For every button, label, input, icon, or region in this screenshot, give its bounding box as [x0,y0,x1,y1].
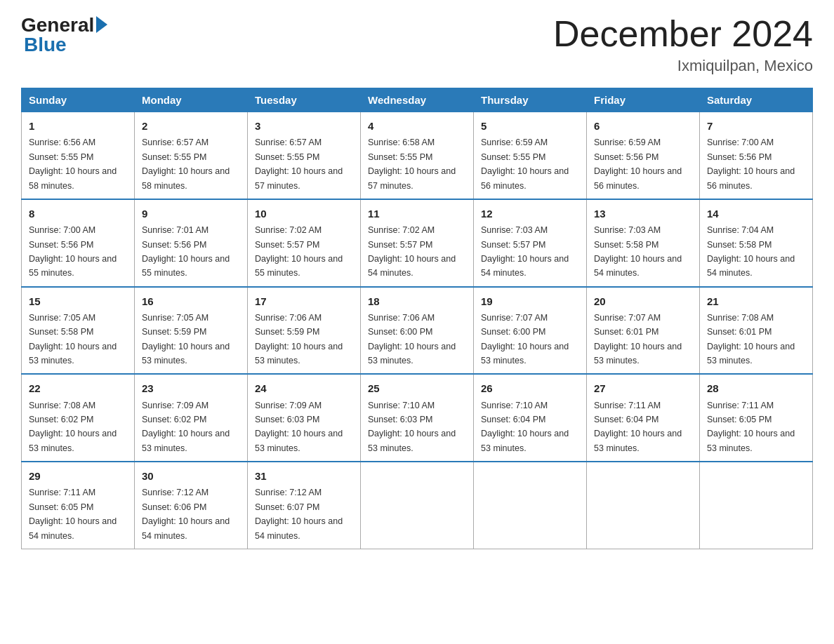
day-cell: 12Sunrise: 7:03 AMSunset: 5:57 PMDayligh… [474,199,587,287]
week-row-1: 1Sunrise: 6:56 AMSunset: 5:55 PMDaylight… [22,112,813,199]
sunset-info: Sunset: 5:57 PM [255,240,319,250]
day-cell: 9Sunrise: 7:01 AMSunset: 5:56 PMDaylight… [135,199,248,287]
day-cell: 8Sunrise: 7:00 AMSunset: 5:56 PMDaylight… [22,199,135,287]
daylight-info: Daylight: 10 hours and 53 minutes. [594,429,682,452]
sunrise-info: Sunrise: 7:02 AM [368,225,435,235]
sunset-info: Sunset: 5:55 PM [255,152,319,162]
sunset-info: Sunset: 5:58 PM [594,240,658,250]
daylight-info: Daylight: 10 hours and 54 minutes. [594,254,682,278]
sunset-info: Sunset: 5:58 PM [29,327,93,337]
day-number: 14 [707,206,805,222]
day-cell: 16Sunrise: 7:05 AMSunset: 5:59 PMDayligh… [135,287,248,375]
sunrise-info: Sunrise: 7:00 AM [707,137,774,147]
day-number: 23 [142,380,240,396]
sunrise-info: Sunrise: 6:59 AM [594,137,661,147]
day-number: 5 [481,118,579,134]
day-number: 10 [255,206,353,222]
sunset-info: Sunset: 6:00 PM [481,327,545,337]
sunrise-info: Sunrise: 7:03 AM [594,225,661,235]
day-number: 29 [29,468,127,484]
logo-blue-text: Blue [24,34,67,56]
sunset-info: Sunset: 6:05 PM [29,502,93,512]
sunrise-info: Sunrise: 7:10 AM [481,401,548,410]
week-row-5: 29Sunrise: 7:11 AMSunset: 6:05 PMDayligh… [22,462,813,549]
day-cell: 18Sunrise: 7:06 AMSunset: 6:00 PMDayligh… [361,287,474,375]
daylight-info: Daylight: 10 hours and 53 minutes. [481,342,569,365]
month-title: December 2024 [553,14,813,54]
day-cell: 28Sunrise: 7:11 AMSunset: 6:05 PMDayligh… [700,374,813,462]
day-cell: 31Sunrise: 7:12 AMSunset: 6:07 PMDayligh… [248,462,361,549]
day-number: 20 [594,293,692,309]
day-number: 7 [707,118,805,134]
location: Ixmiquilpan, Mexico [553,57,813,75]
day-cell: 10Sunrise: 7:02 AMSunset: 5:57 PMDayligh… [248,199,361,287]
header-tuesday: Tuesday [248,88,361,112]
sunrise-info: Sunrise: 7:11 AM [29,488,95,497]
daylight-info: Daylight: 10 hours and 53 minutes. [255,342,343,365]
daylight-info: Daylight: 10 hours and 53 minutes. [707,429,795,452]
day-number: 12 [481,206,579,222]
sunrise-info: Sunrise: 6:57 AM [255,137,322,147]
sunrise-info: Sunrise: 6:59 AM [481,137,548,147]
day-cell: 4Sunrise: 6:58 AMSunset: 5:55 PMDaylight… [361,112,474,199]
sunrise-info: Sunrise: 7:12 AM [142,488,208,497]
day-number: 3 [255,118,353,134]
day-cell [361,462,474,549]
page-header: General Blue December 2024 Ixmiquilpan, … [21,14,813,75]
day-cell: 19Sunrise: 7:07 AMSunset: 6:00 PMDayligh… [474,287,587,375]
title-block: December 2024 Ixmiquilpan, Mexico [553,14,813,75]
sunrise-info: Sunrise: 7:08 AM [707,313,774,323]
daylight-info: Daylight: 10 hours and 54 minutes. [29,516,117,540]
sunrise-info: Sunrise: 7:07 AM [594,313,661,323]
day-number: 28 [707,380,805,396]
day-number: 13 [594,206,692,222]
sunset-info: Sunset: 6:03 PM [255,415,319,424]
week-row-4: 22Sunrise: 7:08 AMSunset: 6:02 PMDayligh… [22,374,813,462]
day-cell: 21Sunrise: 7:08 AMSunset: 6:01 PMDayligh… [700,287,813,375]
sunset-info: Sunset: 6:03 PM [368,415,432,424]
day-cell: 26Sunrise: 7:10 AMSunset: 6:04 PMDayligh… [474,374,587,462]
daylight-info: Daylight: 10 hours and 54 minutes. [142,516,230,540]
daylight-info: Daylight: 10 hours and 55 minutes. [142,254,230,278]
day-cell: 17Sunrise: 7:06 AMSunset: 5:59 PMDayligh… [248,287,361,375]
day-cell: 29Sunrise: 7:11 AMSunset: 6:05 PMDayligh… [22,462,135,549]
sunrise-info: Sunrise: 6:56 AM [29,137,95,147]
sunset-info: Sunset: 6:01 PM [707,327,772,337]
day-cell: 11Sunrise: 7:02 AMSunset: 5:57 PMDayligh… [361,199,474,287]
day-cell: 30Sunrise: 7:12 AMSunset: 6:06 PMDayligh… [135,462,248,549]
day-cell: 15Sunrise: 7:05 AMSunset: 5:58 PMDayligh… [22,287,135,375]
day-cell [587,462,700,549]
daylight-info: Daylight: 10 hours and 56 minutes. [707,166,795,190]
daylight-info: Daylight: 10 hours and 53 minutes. [481,429,569,452]
day-cell [474,462,587,549]
day-cell: 20Sunrise: 7:07 AMSunset: 6:01 PMDayligh… [587,287,700,375]
day-number: 9 [142,206,240,222]
sunset-info: Sunset: 6:02 PM [29,415,93,424]
sunset-info: Sunset: 5:57 PM [368,240,432,250]
day-cell: 27Sunrise: 7:11 AMSunset: 6:04 PMDayligh… [587,374,700,462]
daylight-info: Daylight: 10 hours and 57 minutes. [368,166,456,190]
day-cell [700,462,813,549]
week-row-2: 8Sunrise: 7:00 AMSunset: 5:56 PMDaylight… [22,199,813,287]
daylight-info: Daylight: 10 hours and 55 minutes. [255,254,343,278]
sunset-info: Sunset: 5:55 PM [142,152,206,162]
daylight-info: Daylight: 10 hours and 54 minutes. [481,254,569,278]
daylight-info: Daylight: 10 hours and 53 minutes. [707,342,795,365]
day-number: 25 [368,380,466,396]
daylight-info: Daylight: 10 hours and 53 minutes. [255,429,343,452]
header-friday: Friday [587,88,700,112]
sunset-info: Sunset: 5:55 PM [368,152,432,162]
day-number: 15 [29,293,127,309]
day-number: 18 [368,293,466,309]
sunrise-info: Sunrise: 7:10 AM [368,401,435,410]
daylight-info: Daylight: 10 hours and 54 minutes. [368,254,456,278]
week-row-3: 15Sunrise: 7:05 AMSunset: 5:58 PMDayligh… [22,287,813,375]
day-number: 1 [29,118,127,134]
sunset-info: Sunset: 5:57 PM [481,240,545,250]
calendar-table: SundayMondayTuesdayWednesdayThursdayFrid… [21,88,813,549]
header-monday: Monday [135,88,248,112]
logo: General Blue [21,14,107,56]
day-cell: 6Sunrise: 6:59 AMSunset: 5:56 PMDaylight… [587,112,700,199]
day-cell: 23Sunrise: 7:09 AMSunset: 6:02 PMDayligh… [135,374,248,462]
day-number: 21 [707,293,805,309]
